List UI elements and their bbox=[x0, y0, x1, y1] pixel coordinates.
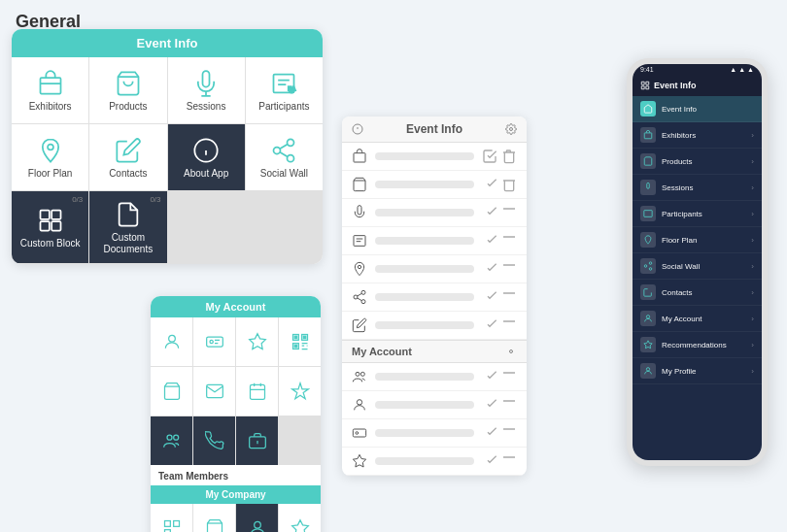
phone-menu-icon-contacts bbox=[640, 284, 656, 300]
svg-point-80 bbox=[649, 268, 652, 271]
phone-menu-item-left: My Account bbox=[640, 311, 701, 326]
phone-menu-item-myaccount[interactable]: My Account › bbox=[633, 306, 762, 332]
phone-label-myaccount: My Account bbox=[662, 315, 701, 323]
list-row-participants[interactable] bbox=[342, 227, 527, 255]
grid-cell-customblock[interactable]: 0/3 Custom Block bbox=[12, 191, 88, 263]
phone-menu-item-sessions[interactable]: Sessions › bbox=[633, 175, 762, 201]
svg-rect-24 bbox=[206, 337, 222, 347]
grid-cell-exhibitors[interactable]: Exhibitors bbox=[12, 57, 88, 123]
mini-cell-qr[interactable] bbox=[279, 317, 321, 366]
cell-label-contacts: Contacts bbox=[109, 168, 147, 180]
phone-menu-item-floorplan[interactable]: Floor Plan › bbox=[633, 227, 762, 253]
grid-cell-aboutapp[interactable]: About App bbox=[168, 124, 245, 190]
phone-menu-item-contacts[interactable]: Contacts › bbox=[633, 280, 762, 306]
phone-menu-item-socialwall[interactable]: Social Wall › bbox=[633, 253, 762, 280]
team-cell-qr[interactable] bbox=[151, 504, 192, 532]
list-row-products[interactable] bbox=[342, 171, 527, 199]
mini-cell-sparkle[interactable] bbox=[279, 367, 321, 416]
custom-docs-badge: 0/3 bbox=[150, 195, 160, 204]
svg-marker-75 bbox=[353, 454, 365, 467]
my-account-panel: My Account bbox=[151, 296, 321, 532]
list-event-info-header: Event Info bbox=[342, 116, 527, 143]
list-row-myaccount-star[interactable] bbox=[342, 448, 527, 476]
phone-menu-icon-exhibitors bbox=[640, 127, 656, 143]
phone-menu-item-myprofile[interactable]: My Profile › bbox=[633, 358, 762, 384]
svg-point-69 bbox=[510, 350, 513, 353]
phone-label-socialwall: Social Wall bbox=[662, 262, 700, 271]
list-row-myaccount-idcard[interactable] bbox=[342, 419, 527, 448]
list-row-bar bbox=[375, 401, 474, 409]
svg-point-64 bbox=[361, 290, 365, 294]
phone-chevron: › bbox=[751, 236, 754, 245]
grid-cell-products[interactable]: Products bbox=[89, 57, 166, 123]
svg-point-70 bbox=[356, 372, 359, 376]
phone-label-products: Products bbox=[662, 157, 693, 166]
mini-cell-phone[interactable] bbox=[193, 416, 235, 465]
phone-menu-item-left: Products bbox=[640, 153, 693, 169]
list-row-myaccount-people[interactable] bbox=[342, 363, 527, 391]
phone-label-eventinfo: Event Info bbox=[662, 105, 697, 114]
mini-cell-bag[interactable] bbox=[151, 367, 192, 416]
phone-chevron: › bbox=[751, 157, 754, 166]
grid-cell-socialwall[interactable]: Social Wall bbox=[246, 124, 323, 190]
phone-label-contacts: Contacts bbox=[662, 288, 693, 297]
svg-marker-82 bbox=[644, 341, 652, 349]
grid-cell-contacts[interactable]: Contacts bbox=[89, 124, 166, 190]
phone-menu-icon-participants bbox=[640, 206, 656, 221]
grid-cell-sessions[interactable]: Sessions bbox=[168, 57, 245, 123]
phone-status-icons: ▲ ▲ ▲ bbox=[730, 66, 754, 73]
mini-cell-person[interactable] bbox=[151, 317, 192, 366]
phone-chevron: › bbox=[751, 131, 754, 140]
svg-point-45 bbox=[173, 435, 178, 440]
phone-menu-icon-sessions bbox=[640, 180, 656, 195]
phone-menu-item-left: Participants bbox=[640, 206, 702, 221]
phone-chevron: › bbox=[751, 367, 754, 376]
phone-chevron: › bbox=[751, 183, 754, 192]
phone-menu-icon-myprofile bbox=[640, 363, 656, 379]
grid-cell-floorplan[interactable]: Floor Plan bbox=[12, 124, 88, 190]
phone-menu-item-participants[interactable]: Participants › bbox=[633, 201, 762, 227]
svg-text:EA: EA bbox=[289, 85, 296, 91]
list-row-sessions[interactable] bbox=[342, 199, 527, 227]
svg-point-44 bbox=[167, 435, 172, 440]
svg-point-14 bbox=[288, 139, 294, 146]
mini-cell-idcard[interactable] bbox=[193, 317, 235, 366]
cell-label-sessions: Sessions bbox=[187, 101, 226, 113]
list-row-floorplan[interactable] bbox=[342, 255, 527, 283]
list-row-bar bbox=[375, 429, 474, 437]
list-row-socialwall[interactable] bbox=[342, 283, 527, 312]
event-info-grid: Exhibitors Products Sessions EA Particip… bbox=[12, 57, 323, 264]
list-row-myaccount-person[interactable] bbox=[342, 391, 527, 419]
list-row-bar bbox=[375, 321, 474, 329]
phone-label-recommendations: Recommendations bbox=[662, 341, 727, 349]
list-row-contacts[interactable] bbox=[342, 312, 527, 340]
mini-cell-star[interactable] bbox=[236, 317, 278, 366]
svg-point-10 bbox=[48, 145, 53, 150]
phone-chevron: › bbox=[751, 262, 754, 271]
phone-menu-item-eventinfo[interactable]: Event Info bbox=[633, 96, 762, 122]
mini-cell-people[interactable] bbox=[151, 416, 192, 465]
mini-cell-briefcase[interactable] bbox=[236, 416, 278, 465]
phone-menu-item-products[interactable]: Products › bbox=[633, 149, 762, 175]
team-cell-bag[interactable] bbox=[193, 504, 235, 532]
list-row-exhibitors[interactable] bbox=[342, 143, 527, 171]
cell-label-customblock: Custom Block bbox=[20, 238, 81, 249]
team-cell-star[interactable] bbox=[279, 504, 321, 532]
mini-cell-mail[interactable] bbox=[193, 367, 235, 416]
grid-cell-customdocs[interactable]: 0/3 Custom Documents bbox=[89, 191, 166, 263]
list-row-bar bbox=[375, 237, 474, 245]
svg-point-72 bbox=[357, 400, 361, 405]
svg-point-79 bbox=[644, 265, 647, 268]
phone-menu-item-left: Contacts bbox=[640, 284, 693, 300]
svg-point-74 bbox=[356, 432, 359, 435]
phone-menu-item-exhibitors[interactable]: Exhibitors › bbox=[633, 122, 762, 149]
team-cell-person[interactable] bbox=[236, 504, 278, 532]
mini-cell-calendar[interactable] bbox=[236, 367, 278, 416]
svg-rect-21 bbox=[40, 221, 49, 230]
phone-menu-item-left: Exhibitors bbox=[640, 127, 696, 143]
grid-cell-participants[interactable]: EA Participants bbox=[246, 57, 323, 123]
phone-menu-item-recommendations[interactable]: Recommendations › bbox=[633, 332, 762, 358]
team-grid bbox=[151, 504, 321, 532]
phone-menu-item-left: Recommendations bbox=[640, 337, 727, 352]
team-members-label: Team Members bbox=[151, 465, 321, 485]
